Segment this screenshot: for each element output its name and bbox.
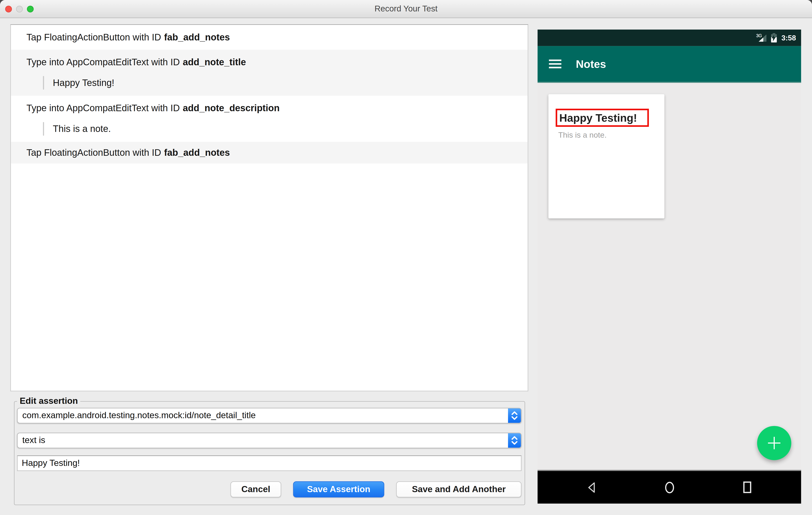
action-row-tap-fab-2[interactable]: Tap FloatingActionButton with IDfab_add_… (11, 142, 528, 163)
hamburger-menu-icon (549, 60, 561, 68)
view-matcher-value: com.example.android.testing.notes.mock:i… (18, 411, 508, 421)
recorded-actions-list: Tap FloatingActionButton with IDfab_add_… (10, 24, 528, 391)
action-text: Type into AppCompatEditText with IDadd_n… (11, 96, 528, 121)
note-description: This is a note. (558, 130, 607, 140)
action-text: Tap FloatingActionButton with IDfab_add_… (11, 25, 528, 50)
action-description: Tap FloatingActionButton with ID (26, 148, 161, 158)
typed-text: This is a note. (43, 122, 523, 135)
network-type-label: 3G (756, 33, 762, 38)
action-text: Type into AppCompatEditText with IDadd_n… (11, 50, 528, 74)
view-matcher-select[interactable]: com.example.android.testing.notes.mock:i… (17, 408, 522, 424)
chevron-up-down-icon (508, 433, 521, 448)
action-row-type-description[interactable]: Type into AppCompatEditText with IDadd_n… (11, 96, 528, 142)
note-title: Happy Testing! (557, 112, 637, 124)
status-bar-clock: 3:58 (781, 34, 796, 42)
android-status-bar: 3G 3:58 (538, 30, 801, 46)
chevron-up-down-icon (508, 408, 521, 423)
action-description: Type into AppCompatEditText with ID (26, 57, 180, 67)
add-note-fab (757, 426, 791, 460)
action-target-id: add_note_title (183, 57, 246, 67)
action-row-type-title[interactable]: Type into AppCompatEditText with IDadd_n… (11, 50, 528, 96)
assertion-highlight-box: Happy Testing! (556, 109, 649, 127)
traffic-lights (5, 0, 33, 18)
home-icon (664, 481, 675, 493)
device-screenshot-panel: 3G 3:58 Notes (538, 30, 801, 504)
cellular-signal-icon: 3G (756, 33, 766, 42)
notes-list-area: Happy Testing! This is a note. (538, 83, 801, 470)
action-description: Type into AppCompatEditText with ID (26, 103, 180, 113)
typed-text: Happy Testing! (43, 76, 523, 90)
record-test-window: Record Your Test Tap FloatingActionButto… (0, 0, 812, 515)
action-row-tap-fab-1[interactable]: Tap FloatingActionButton with IDfab_add_… (11, 25, 528, 50)
assertion-value-input[interactable] (17, 455, 522, 471)
save-assertion-button[interactable]: Save Assertion (293, 481, 384, 497)
action-target-id: add_note_description (183, 103, 280, 113)
app-bar-title: Notes (576, 58, 606, 70)
note-card[interactable]: Happy Testing! This is a note. (548, 94, 664, 218)
save-and-add-another-button[interactable]: Save and Add Another (396, 481, 521, 497)
window-titlebar: Record Your Test (0, 0, 812, 18)
minimize-button[interactable] (16, 6, 23, 12)
zoom-button[interactable] (27, 6, 34, 12)
action-target-id: fab_add_notes (164, 32, 230, 42)
window-title: Record Your Test (374, 4, 437, 13)
action-description: Tap FloatingActionButton with ID (26, 32, 161, 42)
close-button[interactable] (5, 6, 12, 12)
action-text: Tap FloatingActionButton with IDfab_add_… (11, 142, 528, 163)
screenshot-stage: Record Your Test Tap FloatingActionButto… (0, 0, 812, 515)
cancel-button[interactable]: Cancel (230, 481, 281, 497)
android-nav-bar (538, 470, 801, 504)
assertion-type-select[interactable]: text is (17, 433, 522, 448)
assertion-type-value: text is (18, 435, 508, 446)
recents-icon (743, 481, 752, 493)
back-icon (587, 482, 596, 493)
battery-charging-icon (771, 33, 777, 42)
edit-assertion-legend: Edit assertion (17, 396, 81, 406)
action-target-id: fab_add_notes (164, 148, 230, 158)
notes-app-bar: Notes (538, 46, 801, 83)
